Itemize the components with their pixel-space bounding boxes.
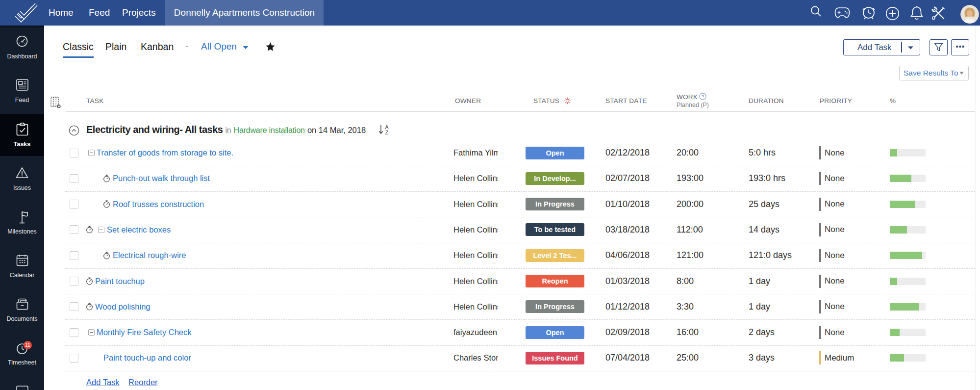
svg-text:Z: Z: [385, 130, 389, 135]
svg-text:?: ?: [702, 94, 704, 99]
svg-text:A: A: [385, 124, 388, 130]
